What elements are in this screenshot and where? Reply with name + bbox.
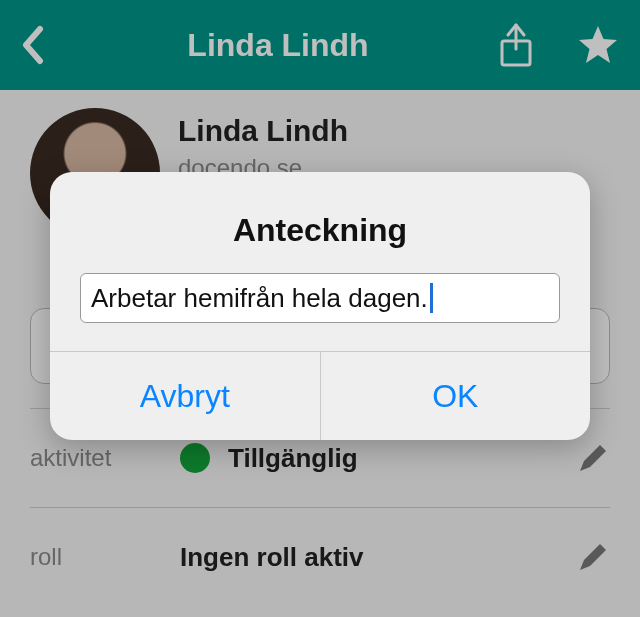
screen: Linda Lindh Linda Lindh docendo.se	[0, 0, 640, 617]
note-input[interactable]: Arbetar hemifrån hela dagen.	[80, 273, 560, 323]
note-input-text: Arbetar hemifrån hela dagen.	[91, 283, 428, 314]
dialog-input-wrap: Arbetar hemifrån hela dagen.	[50, 273, 590, 351]
note-dialog: Anteckning Arbetar hemifrån hela dagen. …	[50, 172, 590, 440]
dialog-buttons: Avbryt OK	[50, 351, 590, 440]
cancel-button[interactable]: Avbryt	[50, 352, 320, 440]
ok-button[interactable]: OK	[320, 352, 591, 440]
text-caret-icon	[430, 283, 433, 313]
dialog-title: Anteckning	[50, 172, 590, 273]
modal-overlay[interactable]: Anteckning Arbetar hemifrån hela dagen. …	[0, 0, 640, 617]
